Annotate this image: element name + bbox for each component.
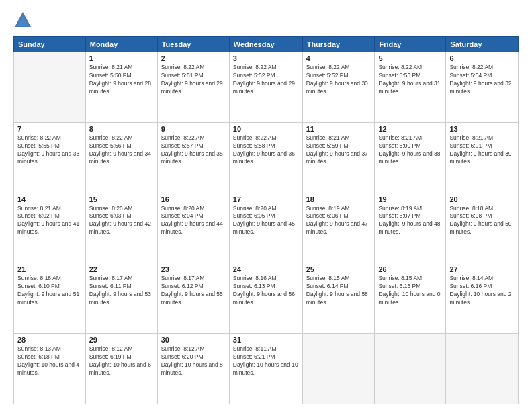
day-info: Sunrise: 8:15 AMSunset: 6:15 PMDaylight:… (378, 275, 442, 307)
day-number: 26 (378, 265, 442, 273)
day-number: 1 (89, 54, 154, 62)
day-number: 15 (89, 195, 154, 203)
calendar-cell: 26Sunrise: 8:15 AMSunset: 6:15 PMDayligh… (375, 263, 446, 334)
day-info: Sunrise: 8:20 AMSunset: 6:05 PMDaylight:… (233, 205, 299, 237)
day-info: Sunrise: 8:20 AMSunset: 6:03 PMDaylight:… (89, 205, 154, 237)
header (13, 11, 519, 30)
calendar-cell: 30Sunrise: 8:12 AMSunset: 6:20 PMDayligh… (157, 334, 229, 404)
day-number: 2 (161, 54, 226, 62)
weekday-header-cell: Tuesday (157, 37, 229, 52)
calendar-cell: 1Sunrise: 8:21 AMSunset: 5:50 PMDaylight… (85, 52, 157, 123)
day-number: 4 (306, 54, 371, 62)
calendar-week-row: 1Sunrise: 8:21 AMSunset: 5:50 PMDaylight… (14, 52, 519, 123)
calendar-cell: 11Sunrise: 8:21 AMSunset: 5:59 PMDayligh… (302, 122, 375, 193)
day-number: 24 (233, 265, 299, 273)
day-number: 18 (306, 195, 371, 203)
calendar-body: 1Sunrise: 8:21 AMSunset: 5:50 PMDaylight… (14, 52, 519, 404)
day-info: Sunrise: 8:18 AMSunset: 6:10 PMDaylight:… (17, 275, 82, 307)
calendar-cell (375, 334, 446, 404)
day-info: Sunrise: 8:11 AMSunset: 6:21 PMDaylight:… (233, 345, 299, 377)
calendar-cell: 27Sunrise: 8:14 AMSunset: 6:16 PMDayligh… (446, 263, 519, 334)
day-info: Sunrise: 8:21 AMSunset: 5:50 PMDaylight:… (89, 64, 154, 96)
day-number: 29 (89, 336, 154, 344)
calendar-cell: 28Sunrise: 8:13 AMSunset: 6:18 PMDayligh… (14, 334, 86, 404)
weekday-header-cell: Saturday (446, 37, 519, 52)
day-info: Sunrise: 8:17 AMSunset: 6:11 PMDaylight:… (89, 275, 154, 307)
calendar-cell: 12Sunrise: 8:21 AMSunset: 6:00 PMDayligh… (375, 122, 446, 193)
calendar-cell: 4Sunrise: 8:22 AMSunset: 5:52 PMDaylight… (302, 52, 375, 123)
calendar-cell: 5Sunrise: 8:22 AMSunset: 5:53 PMDaylight… (375, 52, 446, 123)
logo-icon (13, 11, 32, 30)
logo (13, 11, 35, 30)
calendar-cell (302, 334, 375, 404)
day-info: Sunrise: 8:20 AMSunset: 6:04 PMDaylight:… (161, 205, 226, 237)
day-number: 28 (17, 336, 82, 344)
calendar-cell: 25Sunrise: 8:15 AMSunset: 6:14 PMDayligh… (302, 263, 375, 334)
calendar-cell: 2Sunrise: 8:22 AMSunset: 5:51 PMDaylight… (157, 52, 229, 123)
calendar-cell: 18Sunrise: 8:19 AMSunset: 6:06 PMDayligh… (302, 193, 375, 263)
calendar-week-row: 28Sunrise: 8:13 AMSunset: 6:18 PMDayligh… (14, 334, 519, 404)
day-info: Sunrise: 8:22 AMSunset: 5:53 PMDaylight:… (378, 64, 442, 96)
weekday-header-cell: Thursday (302, 37, 375, 52)
weekday-header-row: SundayMondayTuesdayWednesdayThursdayFrid… (14, 37, 519, 52)
day-number: 6 (449, 54, 515, 62)
calendar-cell: 8Sunrise: 8:22 AMSunset: 5:56 PMDaylight… (85, 122, 157, 193)
calendar-cell: 3Sunrise: 8:22 AMSunset: 5:52 PMDaylight… (229, 52, 302, 123)
weekday-header-cell: Sunday (14, 37, 86, 52)
day-info: Sunrise: 8:21 AMSunset: 6:01 PMDaylight:… (449, 134, 515, 167)
calendar-cell: 17Sunrise: 8:20 AMSunset: 6:05 PMDayligh… (229, 193, 302, 263)
day-info: Sunrise: 8:21 AMSunset: 6:02 PMDaylight:… (17, 205, 82, 237)
day-info: Sunrise: 8:19 AMSunset: 6:06 PMDaylight:… (306, 205, 371, 237)
day-number: 31 (233, 336, 299, 344)
day-number: 12 (378, 125, 442, 133)
page: SundayMondayTuesdayWednesdayThursdayFrid… (0, 0, 532, 411)
calendar-cell: 10Sunrise: 8:22 AMSunset: 5:58 PMDayligh… (229, 122, 302, 193)
day-number: 7 (17, 125, 82, 133)
calendar-cell: 22Sunrise: 8:17 AMSunset: 6:11 PMDayligh… (85, 263, 157, 334)
day-number: 13 (449, 125, 515, 133)
day-info: Sunrise: 8:12 AMSunset: 6:20 PMDaylight:… (161, 345, 226, 377)
calendar-cell: 14Sunrise: 8:21 AMSunset: 6:02 PMDayligh… (14, 193, 86, 263)
calendar-cell: 6Sunrise: 8:22 AMSunset: 5:54 PMDaylight… (446, 52, 519, 123)
day-info: Sunrise: 8:15 AMSunset: 6:14 PMDaylight:… (306, 275, 371, 307)
day-number: 30 (161, 336, 226, 344)
day-number: 20 (449, 195, 515, 203)
calendar-cell: 21Sunrise: 8:18 AMSunset: 6:10 PMDayligh… (14, 263, 86, 334)
day-info: Sunrise: 8:22 AMSunset: 5:51 PMDaylight:… (161, 64, 226, 96)
day-number: 5 (378, 54, 442, 62)
day-info: Sunrise: 8:16 AMSunset: 6:13 PMDaylight:… (233, 275, 299, 307)
calendar-week-row: 14Sunrise: 8:21 AMSunset: 6:02 PMDayligh… (14, 193, 519, 263)
calendar-cell: 24Sunrise: 8:16 AMSunset: 6:13 PMDayligh… (229, 263, 302, 334)
day-number: 23 (161, 265, 226, 273)
day-number: 9 (161, 125, 226, 133)
day-number: 3 (233, 54, 299, 62)
weekday-header-cell: Wednesday (229, 37, 302, 52)
calendar-cell: 13Sunrise: 8:21 AMSunset: 6:01 PMDayligh… (446, 122, 519, 193)
day-info: Sunrise: 8:22 AMSunset: 5:58 PMDaylight:… (233, 134, 299, 167)
calendar-cell: 16Sunrise: 8:20 AMSunset: 6:04 PMDayligh… (157, 193, 229, 263)
day-number: 16 (161, 195, 226, 203)
day-info: Sunrise: 8:17 AMSunset: 6:12 PMDaylight:… (161, 275, 226, 307)
weekday-header-cell: Friday (375, 37, 446, 52)
calendar-cell: 7Sunrise: 8:22 AMSunset: 5:55 PMDaylight… (14, 122, 86, 193)
day-info: Sunrise: 8:21 AMSunset: 5:59 PMDaylight:… (306, 134, 371, 167)
day-number: 21 (17, 265, 82, 273)
calendar-cell: 31Sunrise: 8:11 AMSunset: 6:21 PMDayligh… (229, 334, 302, 404)
day-number: 8 (89, 125, 154, 133)
day-info: Sunrise: 8:14 AMSunset: 6:16 PMDaylight:… (449, 275, 515, 307)
day-info: Sunrise: 8:19 AMSunset: 6:07 PMDaylight:… (378, 205, 442, 237)
day-info: Sunrise: 8:22 AMSunset: 5:52 PMDaylight:… (233, 64, 299, 96)
day-info: Sunrise: 8:22 AMSunset: 5:52 PMDaylight:… (306, 64, 371, 96)
day-info: Sunrise: 8:22 AMSunset: 5:54 PMDaylight:… (449, 64, 515, 96)
calendar-cell: 29Sunrise: 8:12 AMSunset: 6:19 PMDayligh… (85, 334, 157, 404)
calendar-cell (446, 334, 519, 404)
day-info: Sunrise: 8:22 AMSunset: 5:57 PMDaylight:… (161, 134, 226, 167)
day-number: 22 (89, 265, 154, 273)
calendar-cell: 9Sunrise: 8:22 AMSunset: 5:57 PMDaylight… (157, 122, 229, 193)
day-number: 27 (449, 265, 515, 273)
calendar-cell (14, 52, 86, 123)
day-info: Sunrise: 8:18 AMSunset: 6:08 PMDaylight:… (449, 205, 515, 237)
day-number: 25 (306, 265, 371, 273)
day-info: Sunrise: 8:13 AMSunset: 6:18 PMDaylight:… (17, 345, 82, 377)
day-info: Sunrise: 8:22 AMSunset: 5:55 PMDaylight:… (17, 134, 82, 167)
